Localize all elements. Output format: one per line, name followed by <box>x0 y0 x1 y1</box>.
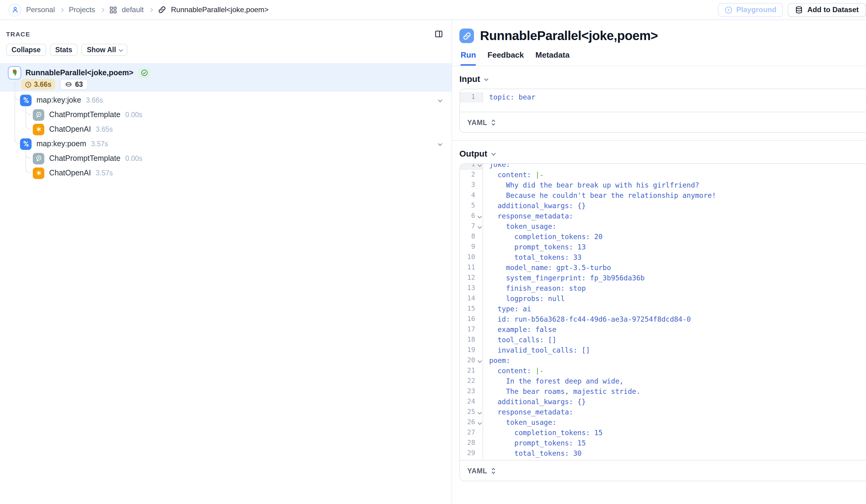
line-number: 16 <box>460 314 482 325</box>
tree-connector <box>25 106 31 129</box>
topbar-actions: Playground Add to Dataset <box>718 3 866 17</box>
code-line[interactable]: poem: <box>483 356 866 366</box>
output-section-heading[interactable]: Output <box>459 149 866 158</box>
trace-row-chatprompttemplate-1[interactable]: ChatPromptTemplate 0.00s <box>33 109 452 121</box>
code-line[interactable]: completion_tokens: 20 <box>483 232 866 242</box>
format-select[interactable]: YAML <box>467 119 487 126</box>
code-line[interactable]: content: |- <box>483 170 866 180</box>
line-number: 1 <box>460 163 482 170</box>
playground-button[interactable]: Playground <box>718 3 783 17</box>
code-line[interactable]: tool_calls: [] <box>483 335 866 345</box>
page-title: RunnableParallel<joke,poem> <box>480 29 658 43</box>
breadcrumb-projects[interactable]: Projects <box>69 5 95 14</box>
tab-run[interactable]: Run <box>460 51 476 66</box>
fold-chevron-icon[interactable] <box>478 421 482 425</box>
prompt-template-icon <box>33 153 44 164</box>
code-line[interactable]: In the forest deep and wide, <box>483 376 866 387</box>
line-number: 17 <box>460 325 482 335</box>
trace-root-name[interactable]: RunnableParallel<joke,poem> <box>25 69 134 77</box>
trace-row-chatopenai-2[interactable]: ChatOpenAI 3.57s <box>33 167 452 179</box>
code-line[interactable]: The bear roams, majestic stride. <box>483 387 866 397</box>
breadcrumb: Personal Projects default RunnableParall… <box>9 3 718 16</box>
input-section-heading[interactable]: Input <box>459 74 866 84</box>
grid-icon <box>109 6 117 14</box>
latency-badge: 3.66s <box>21 79 55 90</box>
line-number: 12 <box>460 273 482 283</box>
map-route-icon <box>20 94 32 106</box>
line-number: 18 <box>460 335 482 345</box>
code-line[interactable]: type: ai <box>483 304 866 314</box>
breadcrumb-personal[interactable]: Personal <box>26 5 55 14</box>
database-icon <box>795 6 803 14</box>
trace-row-chatprompttemplate-2[interactable]: ChatPromptTemplate 0.00s <box>33 152 452 165</box>
line-number: 21 <box>460 366 482 376</box>
line-number: 4 <box>460 191 482 201</box>
code-line[interactable]: prompt_tokens: 15 <box>483 438 866 448</box>
line-number: 9 <box>460 242 482 253</box>
line-number: 2 <box>460 170 482 180</box>
code-line[interactable]: model_name: gpt-3.5-turbo <box>483 263 866 273</box>
line-number: 11 <box>460 263 482 273</box>
line-number: 28 <box>460 438 482 448</box>
chevron-down-icon <box>491 151 496 155</box>
output-format-bar: YAML <box>460 460 866 481</box>
code-line[interactable]: prompt_tokens: 13 <box>483 242 866 253</box>
code-line[interactable]: system_fingerprint: fp_3b956da36b <box>483 273 866 283</box>
section-divider <box>452 140 866 141</box>
updown-chevrons-icon[interactable] <box>491 467 496 474</box>
line-number: 22 <box>460 376 482 387</box>
code-content[interactable]: joke: content: |- Why did the bear break… <box>483 163 866 469</box>
code-line[interactable]: Why did the bear break up with his girlf… <box>483 180 866 191</box>
fold-chevron-icon[interactable] <box>478 214 482 219</box>
breadcrumb-current-run: RunnableParallel<joke,poem> <box>171 5 269 14</box>
code-line[interactable]: joke: <box>483 163 866 170</box>
code-line[interactable]: response_metadata: <box>483 211 866 222</box>
trace-panel: TRACE Collapse Stats Show All <box>0 20 452 504</box>
code-line[interactable]: token_usage: <box>483 417 866 428</box>
code-line[interactable]: topic: bear <box>483 92 866 103</box>
code-line[interactable]: logprobs: null <box>483 294 866 304</box>
code-line[interactable]: Because he couldn't bear the relationshi… <box>483 191 866 201</box>
input-code-editor: 1 topic: bear YAML <box>459 89 866 133</box>
code-line[interactable]: content: |- <box>483 366 866 376</box>
code-line[interactable]: completion_tokens: 15 <box>483 428 866 438</box>
code-line[interactable]: id: run-b56a3628-fc44-49d6-ae3a-97254f8d… <box>483 314 866 325</box>
line-number: 5 <box>460 201 482 211</box>
clock-icon <box>25 81 32 88</box>
trace-row-chatopenai-1[interactable]: ChatOpenAI 3.65s <box>33 123 452 135</box>
chevron-down-icon <box>484 77 489 81</box>
line-number: 25 <box>460 407 482 417</box>
line-number: 15 <box>460 304 482 314</box>
chevron-down-icon[interactable] <box>438 98 442 102</box>
line-number: 19 <box>460 345 482 356</box>
fold-chevron-icon[interactable] <box>478 359 482 363</box>
code-line[interactable]: invalid_tool_calls: [] <box>483 345 866 356</box>
code-line[interactable]: additional_kwargs: {} <box>483 397 866 407</box>
success-status-badge <box>138 68 151 78</box>
code-line[interactable]: finish_reason: stop <box>483 283 866 294</box>
code-content[interactable]: topic: bear <box>483 92 866 103</box>
code-line[interactable]: total_tokens: 30 <box>483 448 866 459</box>
fold-chevron-icon[interactable] <box>478 225 482 229</box>
tab-feedback[interactable]: Feedback <box>488 51 524 66</box>
add-to-dataset-button[interactable]: Add to Dataset <box>788 3 866 17</box>
fold-chevron-icon[interactable] <box>478 163 482 167</box>
line-number-gutter: 1 <box>460 92 483 103</box>
updown-chevrons-icon[interactable] <box>491 119 496 126</box>
line-number: 6 <box>460 211 482 222</box>
tab-metadata[interactable]: Metadata <box>535 51 570 66</box>
code-line[interactable]: example: false <box>483 325 866 335</box>
fold-chevron-icon[interactable] <box>478 410 482 414</box>
trace-row-map-key-poem[interactable]: map:key:poem 3.57s <box>20 138 452 150</box>
code-line[interactable]: additional_kwargs: {} <box>483 201 866 211</box>
trace-row-map-key-joke[interactable]: map:key:joke 3.66s <box>20 94 452 106</box>
breadcrumb-default[interactable]: default <box>122 5 144 14</box>
chevron-down-icon[interactable] <box>438 142 442 146</box>
code-line[interactable]: token_usage: <box>483 222 866 232</box>
code-line[interactable]: response_metadata: <box>483 407 866 417</box>
line-number: 3 <box>460 180 482 191</box>
format-select[interactable]: YAML <box>467 467 487 474</box>
user-avatar-icon[interactable] <box>9 3 21 16</box>
output-code-editor: 1234567891011121314151617181920212223242… <box>459 163 866 481</box>
code-line[interactable]: total_tokens: 33 <box>483 253 866 263</box>
